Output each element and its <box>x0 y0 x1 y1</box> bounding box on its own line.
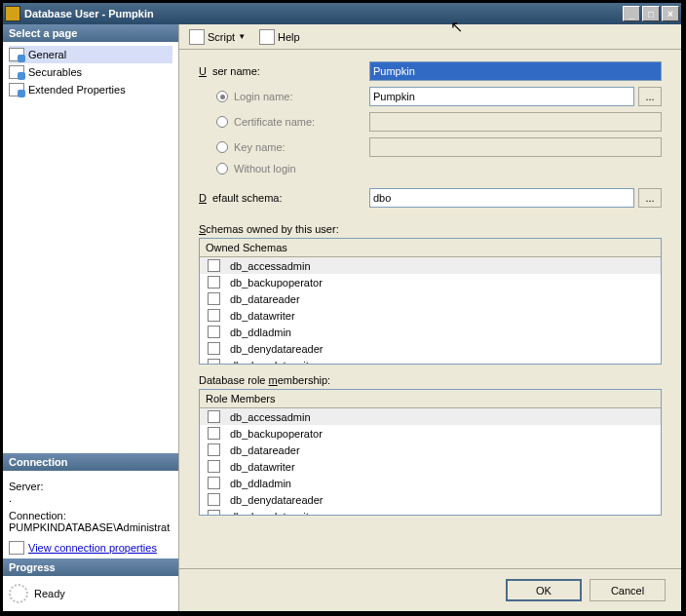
connection-props-icon <box>9 541 24 555</box>
role-member-row[interactable]: db_datawriter <box>200 458 661 475</box>
checkbox[interactable] <box>208 326 220 338</box>
schema-browse-button[interactable]: ... <box>638 188 662 208</box>
checkbox[interactable] <box>208 309 220 322</box>
help-icon <box>259 29 275 45</box>
role-member-row[interactable]: db_accessadmin <box>200 408 661 425</box>
script-label: Script <box>208 31 235 43</box>
checkbox[interactable] <box>208 410 220 423</box>
login-name-input[interactable]: Pumpkin <box>369 87 634 106</box>
checkbox[interactable] <box>208 460 220 473</box>
sidebar-page-securables[interactable]: Securables <box>9 63 172 81</box>
checkbox[interactable] <box>208 259 220 272</box>
checkbox[interactable] <box>208 276 220 289</box>
progress-header: Progress <box>3 558 178 576</box>
select-page-header: Select a page <box>3 24 178 42</box>
without-login-radio <box>216 163 228 174</box>
view-connection-properties-link[interactable]: View connection properties <box>28 542 157 554</box>
role-members-header[interactable]: Role Members <box>200 390 661 408</box>
checkbox[interactable] <box>208 510 220 515</box>
role-member-row[interactable]: db_ddladmin <box>200 475 661 491</box>
checkbox[interactable] <box>208 359 220 364</box>
owned-schema-row[interactable]: db_denydatawriter <box>200 357 661 364</box>
owned-schema-row[interactable]: db_ddladmin <box>200 324 661 340</box>
page-label: Securables <box>28 66 82 78</box>
chevron-down-icon: ▼ <box>238 32 246 41</box>
role-membership-label: Database role membership: <box>199 374 662 386</box>
connection-header: Connection <box>3 453 178 471</box>
grid-cell: db_backupoperator <box>230 428 323 440</box>
maximize-button[interactable]: □ <box>642 6 660 21</box>
window-title: Database User - Pumpkin <box>24 8 623 19</box>
page-icon <box>9 48 24 61</box>
grid-cell: db_datareader <box>230 444 300 456</box>
login-browse-button[interactable]: ... <box>638 87 662 106</box>
owned-schema-row[interactable]: db_backupoperator <box>200 274 661 290</box>
sidebar: Select a page GeneralSecurablesExtended … <box>3 24 178 611</box>
grid-cell: db_backupoperator <box>230 277 323 289</box>
grid-cell: db_datawriter <box>230 310 295 322</box>
schemas-owned-label: Schemas owned by this user: <box>199 223 662 235</box>
owned-schema-row[interactable]: db_denydatareader <box>200 340 661 357</box>
page-icon <box>9 83 24 96</box>
sidebar-page-general[interactable]: General <box>9 46 172 63</box>
key-name-radio <box>216 141 228 153</box>
toolbar: Script ▼ Help <box>179 24 681 50</box>
close-button[interactable]: × <box>662 6 679 21</box>
certificate-name-radio <box>216 116 228 128</box>
grid-cell: db_accessadmin <box>230 260 311 272</box>
script-icon <box>189 29 205 45</box>
login-name-radio <box>216 91 228 102</box>
role-member-row[interactable]: db_denydatawriter <box>200 508 661 515</box>
owned-schema-row[interactable]: db_datareader <box>200 290 661 307</box>
app-icon <box>5 6 20 21</box>
certificate-name-input <box>369 112 662 132</box>
connection-label: Connection: <box>9 510 172 521</box>
grid-cell: db_datawriter <box>230 461 295 473</box>
sidebar-page-extended-properties[interactable]: Extended Properties <box>9 81 172 98</box>
checkbox[interactable] <box>208 342 220 355</box>
owned-schemas-grid[interactable]: Owned Schemas db_accessadmindb_backupope… <box>199 238 662 365</box>
cancel-button[interactable]: Cancel <box>590 579 666 601</box>
help-label: Help <box>278 31 300 43</box>
user-name-input[interactable]: Pumpkin <box>369 61 662 81</box>
user-name-label: ser name: <box>212 65 260 77</box>
grid-cell: db_denydatareader <box>230 343 323 355</box>
key-name-input <box>369 137 662 157</box>
default-schema-label: efault schema: <box>212 192 283 204</box>
owned-schemas-header[interactable]: Owned Schemas <box>200 239 661 257</box>
grid-cell: db_datareader <box>230 293 300 305</box>
page-icon <box>9 65 24 79</box>
server-label: Server: <box>9 481 172 492</box>
owned-schema-row[interactable]: db_datawriter <box>200 307 661 324</box>
server-value: . <box>9 492 172 504</box>
checkbox[interactable] <box>208 292 220 305</box>
role-member-row[interactable]: db_denydatareader <box>200 491 661 508</box>
help-button[interactable]: Help <box>255 27 304 47</box>
owned-schema-row[interactable]: db_accessadmin <box>200 257 661 274</box>
checkbox[interactable] <box>208 443 220 456</box>
grid-cell: db_denydatawriter <box>230 511 319 516</box>
login-name-label: Login name: <box>234 91 293 102</box>
certificate-name-label: Certificate name: <box>234 116 315 128</box>
checkbox[interactable] <box>208 427 220 440</box>
script-button[interactable]: Script ▼ <box>185 27 249 47</box>
key-name-label: Key name: <box>234 141 286 153</box>
connection-value: PUMPKINDATABASE\Administrat <box>9 521 172 533</box>
role-member-row[interactable]: db_backupoperator <box>200 425 661 442</box>
checkbox[interactable] <box>208 477 220 489</box>
role-member-row[interactable]: db_datareader <box>200 442 661 458</box>
progress-status: Ready <box>34 588 65 599</box>
ok-button[interactable]: OK <box>506 579 582 601</box>
role-members-grid[interactable]: Role Members db_accessadmindb_backupoper… <box>199 389 662 516</box>
grid-cell: db_denydatawriter <box>230 360 319 365</box>
default-schema-input[interactable]: dbo <box>369 188 634 208</box>
dialog-footer: OK Cancel <box>179 568 681 611</box>
page-label: Extended Properties <box>28 84 126 96</box>
titlebar[interactable]: Database User - Pumpkin _ □ × <box>3 3 681 24</box>
minimize-button[interactable]: _ <box>623 6 640 21</box>
dialog-window: Database User - Pumpkin _ □ × Select a p… <box>2 2 682 612</box>
checkbox[interactable] <box>208 493 220 506</box>
grid-cell: db_accessadmin <box>230 411 311 423</box>
progress-spinner-icon <box>9 584 28 603</box>
grid-cell: db_ddladmin <box>230 478 291 489</box>
